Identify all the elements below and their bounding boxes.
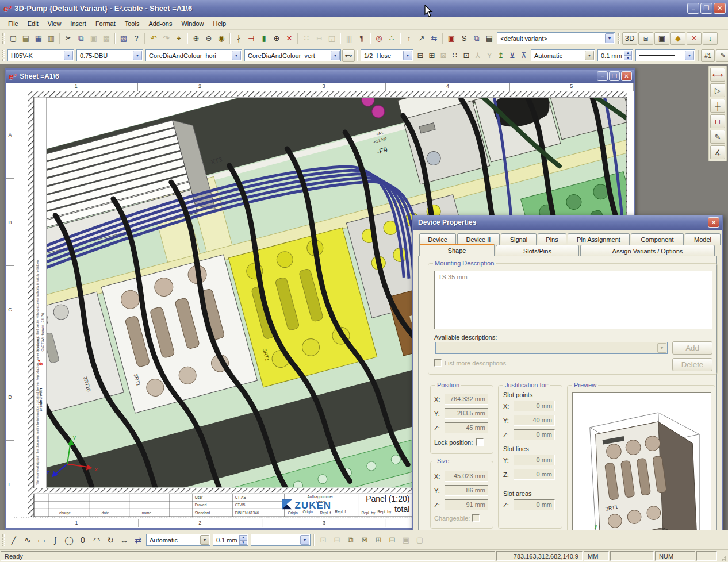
slot-lines-y-field[interactable]: 0 mm <box>514 455 555 465</box>
tab-signal[interactable]: Signal <box>501 233 537 245</box>
core-dia-vert-combo[interactable]: CoreDiaAndColour_vert▼ <box>244 49 341 61</box>
pin-insert-icon[interactable]: ↥ <box>495 49 507 62</box>
toolbar-handle[interactable] <box>2 534 5 546</box>
menu-item[interactable]: Format <box>91 18 120 29</box>
columns-icon[interactable]: ||| <box>343 32 355 45</box>
core-link-icon[interactable]: ⊷ <box>342 49 355 62</box>
changeable-checkbox[interactable] <box>472 514 480 522</box>
sheet-region-icon[interactable]: ◱ <box>325 32 338 45</box>
pin-route-icon[interactable]: ⊠ <box>438 49 449 62</box>
spin-up-icon[interactable]: ▲ <box>624 51 632 56</box>
preview-3d-view[interactable]: 3RT1 <box>573 393 711 530</box>
sheet-titlebar[interactable]: e³ Sheet =A1\6 – ❐ ✕ <box>6 70 634 83</box>
frame-icon[interactable]: ▣ <box>654 32 669 45</box>
pilcrow-icon[interactable]: ¶ <box>355 32 368 45</box>
new-file-icon[interactable]: ▢ <box>7 32 20 45</box>
search-icon[interactable]: ◉ <box>215 32 228 45</box>
size-y-field[interactable]: 86 mm <box>445 485 488 496</box>
copy-icon[interactable]: ⧉ <box>75 32 87 45</box>
tree-view-icon[interactable]: ∴ <box>385 32 398 45</box>
mounting-description-textarea[interactable]: TS 35 mm <box>434 271 712 329</box>
tab-assign-variants[interactable]: Assign Variants / Options <box>580 245 715 256</box>
tab-slots-pins[interactable]: Slots/Pins <box>496 245 579 256</box>
circle-icon[interactable]: ◯ <box>62 533 76 547</box>
window-resize-grip[interactable] <box>718 551 727 561</box>
chevron-down-icon[interactable]: ▼ <box>685 51 694 60</box>
list-more-descriptions-checkbox[interactable] <box>434 359 442 367</box>
to-back-icon[interactable]: ⊠ <box>358 533 371 547</box>
position-z-field[interactable]: 45 mm <box>445 422 488 433</box>
find-icon[interactable]: ⌖ <box>173 32 185 45</box>
line-style-combo[interactable]: ▼ <box>635 49 695 61</box>
add-button[interactable]: Add <box>672 341 712 355</box>
lock-position-checkbox[interactable] <box>476 438 484 446</box>
spline-icon[interactable]: ʃ <box>48 533 62 547</box>
draw-mode-combo[interactable]: Automatic▼ <box>146 534 210 546</box>
group-icon[interactable]: ▣ <box>399 533 413 547</box>
forward-icon[interactable]: ⊞ <box>371 533 385 547</box>
menu-item[interactable]: Help <box>209 18 231 29</box>
chevron-down-icon[interactable]: ▼ <box>200 535 209 545</box>
tab-model[interactable]: Model <box>685 233 721 245</box>
tab-device-ii[interactable]: Device II <box>457 233 500 245</box>
hose-combo[interactable]: 1/2_Hose▼ <box>361 49 413 61</box>
3d-view-icon[interactable]: 3D <box>622 32 637 45</box>
probe-icon[interactable]: ▷ <box>710 83 725 97</box>
sketch-icon[interactable]: ✎ <box>710 130 725 144</box>
to-front-icon[interactable]: ⧉ <box>344 533 358 547</box>
spin-up-icon[interactable]: ▲ <box>239 535 247 540</box>
pin-grid-icon[interactable]: ∷ <box>449 49 461 62</box>
menu-item[interactable]: Insert <box>66 18 91 29</box>
junction-icon[interactable]: ┼ <box>710 99 725 113</box>
cube-icon[interactable]: ⧈ <box>638 32 653 45</box>
size-x-field[interactable]: 45.023 mm <box>445 471 488 482</box>
menu-item[interactable]: View <box>43 18 66 29</box>
gold-cube-icon[interactable]: ◆ <box>670 32 685 45</box>
y-join-icon[interactable]: Y <box>484 49 495 62</box>
line-mode-combo[interactable]: Automatic▼ <box>531 49 595 61</box>
numbering-icon[interactable]: #1 <box>701 49 715 62</box>
origin-icon[interactable]: ⊕ <box>270 32 283 45</box>
toolbar-handle[interactable] <box>2 50 5 61</box>
save-as-icon[interactable]: ▥ <box>45 32 58 45</box>
wire-type-combo[interactable]: H05V-K▼ <box>7 49 74 61</box>
core-dia-hori-combo[interactable]: CoreDiaAndColour_hori▼ <box>145 49 242 61</box>
chevron-down-icon[interactable]: ▼ <box>657 343 666 353</box>
open-file-icon[interactable]: ▤ <box>20 32 32 45</box>
layers-icon[interactable]: ⧉ <box>470 32 483 45</box>
toolbar-handle[interactable] <box>2 33 5 44</box>
ungroup-icon[interactable]: ▢ <box>413 533 427 547</box>
arc-icon[interactable]: ◠ <box>90 533 104 547</box>
slot-points-x-field[interactable]: 0 mm <box>514 401 555 411</box>
minimize-button[interactable]: – <box>687 3 699 14</box>
pin-pair-icon[interactable]: ⊡ <box>461 49 472 62</box>
draw-width-field[interactable]: 0.1 mm ▲▼ <box>213 534 248 546</box>
menu-item[interactable]: Edit <box>23 18 43 29</box>
chevron-down-icon[interactable]: ▼ <box>331 51 340 60</box>
dimension-icon[interactable]: ↔ <box>117 533 131 547</box>
paste-icon[interactable]: ▣ <box>87 32 100 45</box>
maximize-button[interactable]: ❐ <box>700 3 712 14</box>
sheet-close-button[interactable]: ✕ <box>621 71 632 81</box>
spin-down-icon[interactable]: ▼ <box>239 540 247 545</box>
chevron-down-icon[interactable]: ▼ <box>585 51 594 60</box>
tab-component[interactable]: Component <box>631 233 684 245</box>
redo-icon[interactable]: ↷ <box>160 32 173 45</box>
zoom-out-icon[interactable]: ⊖ <box>202 32 215 45</box>
dialog-titlebar[interactable]: Device Properties ✕ <box>413 215 722 230</box>
group-deselect-icon[interactable]: ⊟ <box>330 533 344 547</box>
device-properties-dialog[interactable]: Device Properties ✕ DeviceDevice IISigna… <box>412 215 723 530</box>
connector-icon[interactable]: ⊣ <box>245 32 258 45</box>
measure-icon[interactable]: ⟷ <box>710 68 725 82</box>
tab-shape[interactable]: Shape <box>419 244 495 256</box>
menu-item[interactable]: Tools <box>120 18 144 29</box>
toolbar-handle[interactable] <box>618 33 620 44</box>
polyline-icon[interactable]: ∿ <box>21 533 35 547</box>
core-type-combo[interactable]: 0.75-DBU▼ <box>76 49 143 61</box>
point-delete-icon[interactable]: ✕ <box>687 32 702 45</box>
grid-points-icon[interactable]: ∷ <box>300 32 313 45</box>
group-select-icon[interactable]: ⊡ <box>316 533 330 547</box>
device-icon[interactable]: ▮ <box>258 32 270 45</box>
grid-icon[interactable]: ∺ <box>313 32 325 45</box>
arrow-bend-icon[interactable]: ↗ <box>415 32 428 45</box>
